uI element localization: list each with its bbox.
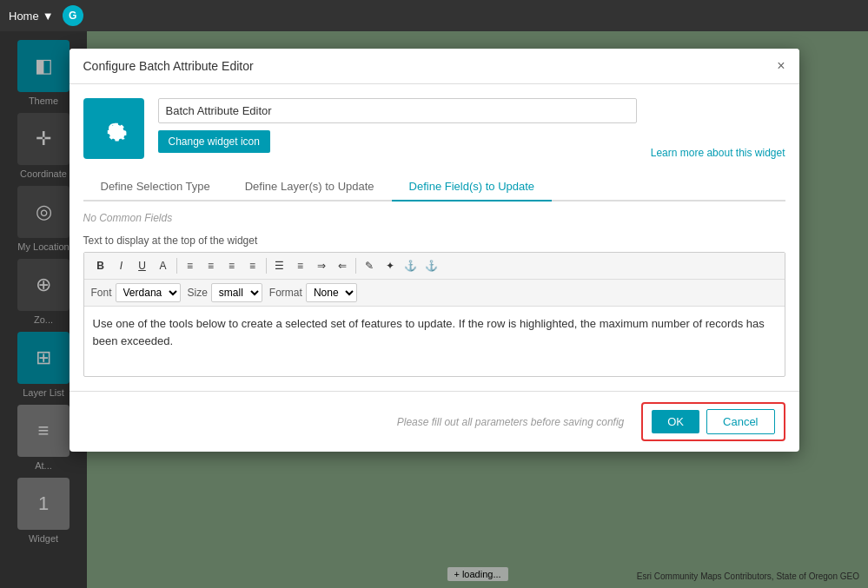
- size-label: Size: [188, 287, 208, 299]
- align-center-button[interactable]: ≡: [202, 256, 221, 275]
- toolbar-sep1: [176, 258, 177, 274]
- bold-button[interactable]: B: [91, 256, 110, 275]
- align-right-button[interactable]: ≡: [222, 256, 242, 275]
- toolbar-row1: B I U A ≡ ≡ ≡ ≡ ☰ ≡ ⇒: [84, 253, 785, 280]
- chevron-down-icon: ▼: [43, 10, 54, 23]
- widget-icon-box: [83, 98, 144, 159]
- editor-content[interactable]: Use one of the tools below to create a s…: [84, 307, 785, 376]
- underline-button[interactable]: U: [133, 256, 152, 275]
- learn-more-link[interactable]: Learn more about this widget: [651, 147, 785, 159]
- modal-close-button[interactable]: ×: [777, 59, 785, 73]
- outdent-button[interactable]: ⇐: [333, 256, 352, 275]
- font-select-group: Font Verdana: [91, 283, 181, 302]
- unordered-list-button[interactable]: ≡: [291, 256, 310, 275]
- italic-button[interactable]: I: [112, 256, 131, 275]
- image-button[interactable]: ✦: [381, 256, 400, 275]
- modal-footer: Please fill out all parameters before sa…: [70, 391, 799, 452]
- modal-dialog: Configure Batch Attribute Editor ×: [70, 49, 799, 452]
- modal-header: Configure Batch Attribute Editor ×: [70, 49, 799, 84]
- modal-tabs: Define Selection Type Define Layer(s) to…: [83, 173, 785, 202]
- rich-text-editor: B I U A ≡ ≡ ≡ ≡ ☰ ≡ ⇒: [83, 252, 785, 377]
- ordered-list-button[interactable]: ☰: [270, 256, 289, 275]
- font-label: Font: [91, 287, 112, 299]
- toolbar-row2: Font Verdana Size small: [84, 280, 785, 307]
- align-justify-button[interactable]: ≡: [243, 256, 262, 275]
- size-select-group: Size small: [188, 283, 262, 302]
- indent-button[interactable]: ⇒: [312, 256, 331, 275]
- app-shell: Home ▼ G ◧ Theme ✛ Coordinate ◎ My Locat…: [0, 0, 868, 588]
- top-bar: Home ▼ G: [0, 0, 868, 31]
- tab-define-layers[interactable]: Define Layer(s) to Update: [228, 173, 392, 202]
- footer-message: Please fill out all parameters before sa…: [83, 416, 625, 428]
- format-select[interactable]: None: [306, 283, 357, 302]
- modal-title: Configure Batch Attribute Editor: [83, 59, 254, 73]
- link-button[interactable]: ✎: [360, 256, 379, 275]
- home-menu[interactable]: Home ▼: [9, 10, 54, 23]
- ok-button[interactable]: OK: [652, 410, 699, 433]
- modal-overlay: Configure Batch Attribute Editor ×: [0, 31, 868, 588]
- format-select-group: Format None: [269, 283, 357, 302]
- footer-actions-wrapper: OK Cancel: [641, 402, 785, 441]
- cancel-button[interactable]: Cancel: [706, 409, 774, 434]
- size-select[interactable]: small: [211, 283, 262, 302]
- main-area: ◧ Theme ✛ Coordinate ◎ My Location ⊕ Zo.…: [0, 31, 868, 588]
- anchor-button[interactable]: ⚓: [401, 256, 421, 275]
- change-icon-button[interactable]: Change widget icon: [158, 130, 270, 153]
- format-label: Format: [269, 287, 302, 299]
- widget-name-area: Change widget icon Learn more about this…: [83, 98, 785, 159]
- app-logo: G: [63, 5, 83, 26]
- anchor2-button[interactable]: ⚓: [422, 256, 441, 275]
- widget-name-input[interactable]: [158, 98, 637, 123]
- tab-define-fields[interactable]: Define Field(s) to Update: [392, 173, 553, 202]
- no-common-fields-label: No Common Fields: [83, 212, 785, 224]
- home-label: Home: [9, 10, 39, 23]
- toolbar-sep2: [266, 258, 267, 274]
- widget-settings-icon: [98, 113, 129, 144]
- modal-body: Change widget icon Learn more about this…: [70, 84, 799, 391]
- font-color-button[interactable]: A: [154, 256, 173, 275]
- font-select[interactable]: Verdana: [116, 283, 181, 302]
- editor-label: Text to display at the top of the widget: [83, 235, 785, 247]
- toolbar-sep3: [355, 258, 356, 274]
- align-left-button[interactable]: ≡: [181, 256, 200, 275]
- widget-name-column: Change widget icon: [158, 98, 637, 153]
- tab-define-selection[interactable]: Define Selection Type: [83, 173, 228, 202]
